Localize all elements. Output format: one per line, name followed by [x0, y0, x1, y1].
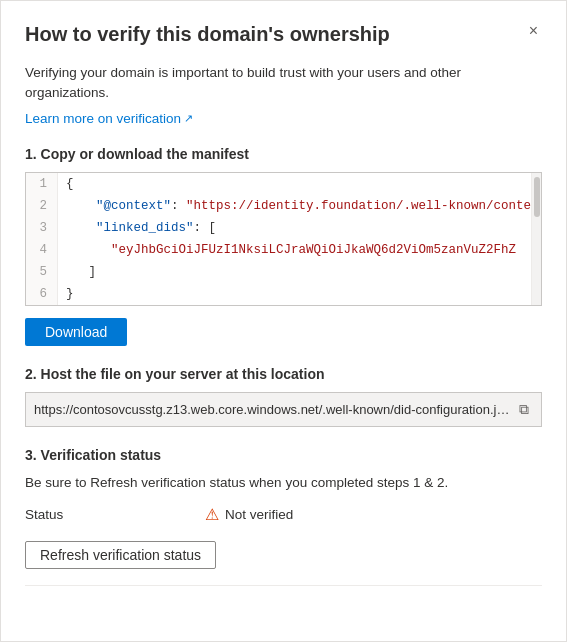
code-punct-3: : [	[194, 221, 217, 235]
status-description: Be sure to Refresh verification status w…	[25, 473, 542, 493]
status-label: Status	[25, 507, 85, 522]
learn-more-label: Learn more on verification	[25, 111, 181, 126]
step2-title: 2. Host the file on your server at this …	[25, 366, 542, 382]
code-line-6: 6 }	[26, 283, 541, 305]
status-text: Not verified	[225, 507, 293, 522]
download-button[interactable]: Download	[25, 318, 127, 346]
scrollbar-thumb	[534, 177, 540, 217]
bottom-divider	[25, 585, 542, 586]
line-content-2: "@context": "https://identity.foundation…	[58, 195, 541, 217]
code-container: 1 { 2 "@context": "https://identity.foun…	[25, 172, 542, 306]
line-num-3: 3	[26, 217, 58, 239]
line-num-4: 4	[26, 239, 58, 261]
code-punct-2: :	[171, 199, 186, 213]
learn-more-link[interactable]: Learn more on verification ↗	[25, 111, 193, 126]
line-content-3: "linked_dids": [	[58, 217, 541, 239]
code-val-4: "eyJhbGciOiJFUzI1NksiLCJraWQiOiJkaWQ6d2V…	[66, 243, 516, 257]
copy-icon-button[interactable]: ⧉	[515, 399, 533, 420]
step3-title: 3. Verification status	[25, 447, 542, 463]
line-content-1: {	[58, 173, 541, 195]
step1-title: 1. Copy or download the manifest	[25, 146, 542, 162]
code-scroll[interactable]: 1 { 2 "@context": "https://identity.foun…	[26, 173, 541, 305]
code-line-3: 3 "linked_dids": [	[26, 217, 541, 239]
code-line-4: 4 "eyJhbGciOiJFUzI1NksiLCJraWQiOiJkaWQ6d…	[26, 239, 541, 261]
line-content-6: }	[58, 283, 541, 305]
code-line-5: 5 ]	[26, 261, 541, 283]
step1-section: 1. Copy or download the manifest 1 { 2 "…	[25, 146, 542, 346]
status-badge: ⚠ Not verified	[205, 507, 293, 523]
code-line-1: 1 {	[26, 173, 541, 195]
refresh-verification-button[interactable]: Refresh verification status	[25, 541, 216, 569]
step3-section: 3. Verification status Be sure to Refres…	[25, 447, 542, 569]
status-row: Status ⚠ Not verified	[25, 507, 542, 523]
line-num-1: 1	[26, 173, 58, 195]
code-scrollbar[interactable]	[531, 173, 541, 305]
url-field-container: ⧉	[25, 392, 542, 427]
dialog-header: How to verify this domain's ownership ×	[25, 21, 542, 47]
code-block: 1 { 2 "@context": "https://identity.foun…	[26, 173, 541, 305]
step2-section: 2. Host the file on your server at this …	[25, 366, 542, 427]
code-key-2: "@context"	[66, 199, 171, 213]
intro-text: Verifying your domain is important to bu…	[25, 63, 542, 104]
close-button[interactable]: ×	[525, 21, 542, 41]
line-content-5: ]	[58, 261, 541, 283]
dialog-title: How to verify this domain's ownership	[25, 21, 525, 47]
code-key-3: "linked_dids"	[66, 221, 194, 235]
verify-domain-dialog: How to verify this domain's ownership × …	[0, 0, 567, 642]
warning-icon: ⚠	[205, 507, 219, 523]
line-num-6: 6	[26, 283, 58, 305]
external-link-icon: ↗	[184, 112, 193, 125]
line-num-5: 5	[26, 261, 58, 283]
url-input[interactable]	[34, 402, 515, 417]
line-num-2: 2	[26, 195, 58, 217]
code-line-2: 2 "@context": "https://identity.foundati…	[26, 195, 541, 217]
code-val-2: "https://identity.foundation/.well-known…	[186, 199, 531, 213]
line-content-4: "eyJhbGciOiJFUzI1NksiLCJraWQiOiJkaWQ6d2V…	[58, 239, 541, 261]
